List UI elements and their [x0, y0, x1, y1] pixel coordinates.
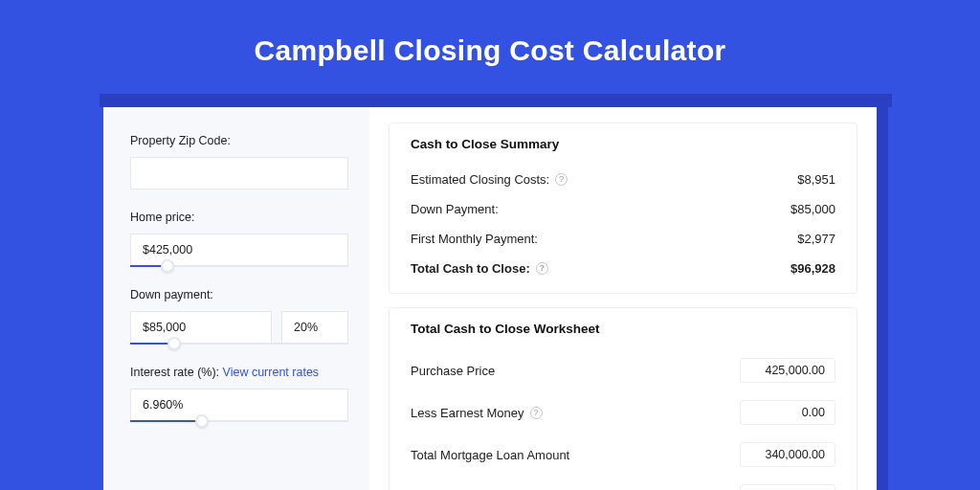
results-panel: Cash to Close Summary Estimated Closing … [369, 107, 877, 490]
worksheet-row-label: Purchase Price [411, 364, 495, 378]
summary-title: Cash to Close Summary [411, 137, 835, 151]
summary-row-value: $2,977 [797, 232, 835, 246]
worksheet-card: Total Cash to Close Worksheet Purchase P… [389, 307, 858, 490]
view-rates-link[interactable]: View current rates [223, 366, 320, 379]
summary-row-value: $85,000 [791, 202, 835, 216]
card-shadow [100, 94, 892, 107]
summary-row-label: Estimated Closing Costs: [411, 172, 549, 187]
zip-label: Property Zip Code: [130, 134, 348, 147]
help-icon[interactable]: ? [530, 407, 543, 419]
summary-row-label: Down Payment: [411, 202, 499, 216]
summary-row-label: First Monthly Payment: [411, 232, 538, 246]
down-payment-pct-input[interactable]: 20% [281, 311, 348, 344]
help-icon[interactable]: ? [555, 173, 568, 186]
worksheet-row-value[interactable]: 340,000.00 [740, 442, 835, 467]
down-payment-slider[interactable] [130, 343, 348, 345]
summary-row-value: $96,928 [791, 261, 835, 276]
interest-rate-input[interactable]: 6.960% [130, 389, 348, 421]
summary-card: Cash to Close Summary Estimated Closing … [389, 122, 858, 294]
summary-row-down-payment: Down Payment: $85,000 [411, 194, 835, 224]
help-icon[interactable]: ? [536, 262, 548, 275]
inputs-panel: Property Zip Code: Home price: $425,000 … [103, 107, 369, 490]
interest-rate-slider[interactable] [130, 420, 348, 422]
summary-row-total: Total Cash to Close: ? $96,928 [411, 254, 835, 283]
home-price-label: Home price: [130, 211, 348, 224]
down-payment-label: Down payment: [130, 288, 348, 301]
home-price-slider[interactable] [130, 265, 348, 267]
down-payment-field-group: Down payment: $85,000 20% [130, 288, 348, 345]
zip-field-group: Property Zip Code: [130, 134, 348, 189]
interest-rate-field-group: Interest rate (%): View current rates 6.… [130, 366, 348, 422]
summary-row-first-payment: First Monthly Payment: $2,977 [411, 224, 835, 254]
page-title: Campbell Closing Cost Calculator [0, 0, 980, 94]
home-price-field-group: Home price: $425,000 [130, 211, 348, 267]
zip-input[interactable] [130, 157, 348, 189]
calculator-card: Property Zip Code: Home price: $425,000 … [103, 107, 877, 490]
worksheet-row-label: Less Earnest Money [411, 406, 524, 420]
interest-rate-label: Interest rate (%): View current rates [130, 366, 348, 379]
summary-row-closing-costs: Estimated Closing Costs: ? $8,951 [411, 165, 835, 194]
worksheet-row-purchase-price: Purchase Price 425,000.00 [411, 349, 835, 391]
down-payment-input[interactable]: $85,000 [130, 311, 272, 344]
summary-row-value: $8,951 [797, 172, 835, 187]
worksheet-row-value[interactable]: 425,000.00 [740, 358, 835, 383]
worksheet-row-second-mortgage: Total Second Mortgage Amount ? [411, 476, 835, 490]
summary-row-label: Total Cash to Close: [411, 261, 530, 276]
worksheet-row-label: Total Mortgage Loan Amount [411, 448, 569, 462]
worksheet-title: Total Cash to Close Worksheet [411, 322, 835, 336]
worksheet-row-mortgage-amount: Total Mortgage Loan Amount 340,000.00 [411, 434, 835, 476]
worksheet-row-value[interactable]: 0.00 [740, 400, 835, 425]
interest-rate-label-text: Interest rate (%): [130, 366, 219, 379]
worksheet-row-value[interactable] [740, 484, 835, 490]
worksheet-row-earnest-money: Less Earnest Money ? 0.00 [411, 391, 835, 434]
